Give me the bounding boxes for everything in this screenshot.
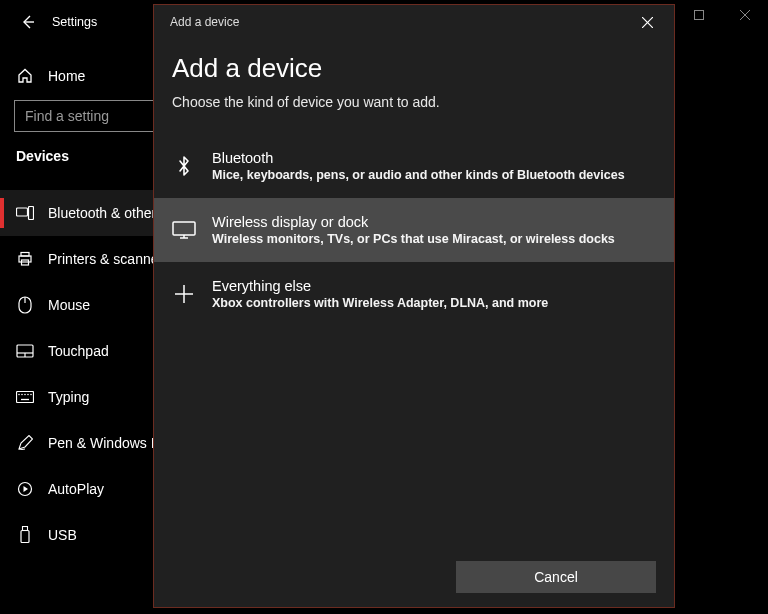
sidebar-item-label: Pen & Windows Ink	[48, 435, 169, 451]
svg-rect-8	[21, 253, 29, 257]
option-desc: Mice, keyboards, pens, or audio and othe…	[212, 168, 625, 182]
svg-rect-25	[21, 531, 29, 543]
option-title: Bluetooth	[212, 150, 625, 166]
dialog-body: Add a device Choose the kind of device y…	[154, 39, 674, 547]
section-label: Devices	[16, 148, 69, 164]
svg-rect-7	[19, 256, 31, 262]
svg-rect-5	[17, 208, 28, 216]
dialog-header: Add a device	[154, 5, 674, 39]
svg-point-21	[30, 394, 32, 396]
autoplay-icon	[16, 480, 34, 498]
app-title: Settings	[52, 15, 97, 29]
dialog-close-button[interactable]	[632, 7, 662, 37]
svg-rect-15	[17, 392, 34, 403]
svg-marker-23	[24, 486, 29, 492]
cancel-button[interactable]: Cancel	[456, 561, 656, 593]
printer-icon	[16, 250, 34, 268]
option-bluetooth[interactable]: Bluetooth Mice, keyboards, pens, or audi…	[154, 134, 674, 198]
sidebar-item-label: USB	[48, 527, 77, 543]
keyboard-icon	[16, 388, 34, 406]
svg-rect-28	[173, 222, 195, 235]
mouse-icon	[16, 296, 34, 314]
plus-icon	[172, 282, 196, 306]
svg-rect-6	[29, 207, 34, 220]
svg-point-19	[24, 394, 26, 396]
home-label: Home	[48, 68, 85, 84]
dialog-small-title: Add a device	[170, 15, 239, 29]
svg-point-17	[18, 394, 20, 396]
option-everything-else[interactable]: Everything else Xbox controllers with Wi…	[154, 262, 674, 326]
dialog-footer: Cancel	[154, 547, 674, 607]
sidebar-item-label: Printers & scanners	[48, 251, 170, 267]
sidebar-item-label: AutoPlay	[48, 481, 104, 497]
sidebar-item-label: Mouse	[48, 297, 90, 313]
svg-point-20	[27, 394, 29, 396]
svg-point-18	[21, 394, 23, 396]
sidebar-item-label: Bluetooth & other	[48, 205, 156, 221]
back-arrow-icon[interactable]	[10, 4, 46, 40]
dialog-subtitle: Choose the kind of device you want to ad…	[172, 94, 656, 110]
touchpad-icon	[16, 342, 34, 360]
display-icon	[172, 218, 196, 242]
device-kind-list: Bluetooth Mice, keyboards, pens, or audi…	[154, 134, 674, 326]
dialog-title: Add a device	[172, 53, 656, 84]
option-desc: Wireless monitors, TVs, or PCs that use …	[212, 232, 615, 246]
devices-icon	[16, 204, 34, 222]
option-title: Wireless display or dock	[212, 214, 615, 230]
option-title: Everything else	[212, 278, 548, 294]
bluetooth-icon	[172, 154, 196, 178]
usb-icon	[16, 526, 34, 544]
option-desc: Xbox controllers with Wireless Adapter, …	[212, 296, 548, 310]
home-nav[interactable]: Home	[0, 56, 155, 96]
sidebar-item-label: Touchpad	[48, 343, 109, 359]
sidebar-item-label: Typing	[48, 389, 89, 405]
home-icon	[16, 67, 34, 85]
pen-icon	[16, 434, 34, 452]
option-wireless-display[interactable]: Wireless display or dock Wireless monito…	[154, 198, 674, 262]
add-device-dialog: Add a device Add a device Choose the kin…	[153, 4, 675, 608]
